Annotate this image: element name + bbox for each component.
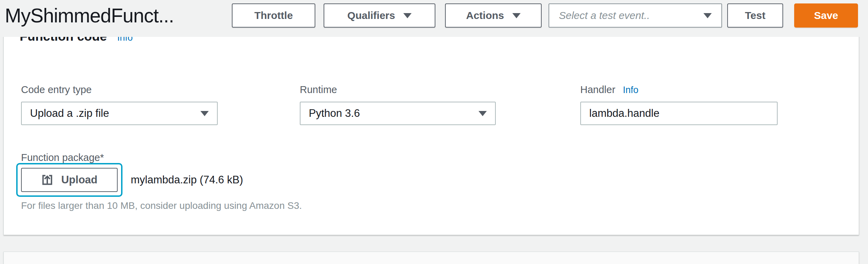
page-header: MyShimmedFunct... Throttle Qualifiers Ac… xyxy=(0,0,868,37)
code-entry-type-value: Upload a .zip file xyxy=(30,107,200,120)
test-button[interactable]: Test xyxy=(727,3,783,28)
test-event-select[interactable]: Select a test event.. xyxy=(549,3,722,28)
function-name-title: MyShimmedFunct... xyxy=(5,4,174,27)
upload-helper-text: For files larger than 10 MB, consider up… xyxy=(21,200,302,211)
upload-button-label: Upload xyxy=(61,174,97,186)
upload-icon xyxy=(41,174,53,186)
function-package-label: Function package* xyxy=(21,152,104,163)
upload-button-focus-ring: Upload xyxy=(16,163,122,197)
next-section-panel xyxy=(3,252,859,264)
chevron-down-icon xyxy=(479,111,487,116)
handler-input[interactable] xyxy=(580,102,778,125)
test-button-label: Test xyxy=(745,10,765,21)
handler-info-link[interactable]: Info xyxy=(623,85,639,95)
code-entry-type-label-text: Code entry type xyxy=(21,84,92,95)
code-entry-type-select[interactable]: Upload a .zip file xyxy=(21,102,218,125)
upload-button[interactable]: Upload xyxy=(21,168,118,192)
handler-label: Handler Info xyxy=(580,84,639,95)
runtime-label: Runtime xyxy=(300,84,337,95)
chevron-down-icon xyxy=(703,13,712,18)
actions-dropdown-button[interactable]: Actions xyxy=(445,3,542,28)
chevron-down-icon xyxy=(403,13,412,18)
save-button[interactable]: Save xyxy=(794,3,858,28)
handler-label-text: Handler xyxy=(580,84,615,95)
code-entry-type-label: Code entry type xyxy=(21,84,92,95)
qualifiers-button-label: Qualifiers xyxy=(347,10,395,21)
function-code-panel: Function code Info Code entry type Runti… xyxy=(3,24,859,235)
chevron-down-icon xyxy=(200,111,209,116)
runtime-value: Python 3.6 xyxy=(309,107,479,120)
runtime-select[interactable]: Python 3.6 xyxy=(300,102,496,125)
uploaded-file-info: mylambda.zip (74.6 kB) xyxy=(131,163,243,197)
save-button-label: Save xyxy=(814,10,838,21)
throttle-button-label: Throttle xyxy=(254,10,293,21)
runtime-label-text: Runtime xyxy=(300,84,337,95)
test-event-placeholder: Select a test event.. xyxy=(559,10,695,21)
throttle-button[interactable]: Throttle xyxy=(232,3,315,28)
qualifiers-dropdown-button[interactable]: Qualifiers xyxy=(324,3,435,28)
actions-button-label: Actions xyxy=(466,10,504,21)
chevron-down-icon xyxy=(512,13,521,18)
